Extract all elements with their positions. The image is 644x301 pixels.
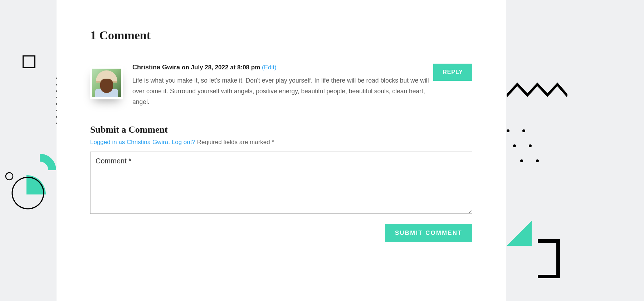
comment-body: Life is what you make it, so let's make …	[132, 75, 433, 107]
submit-button[interactable]: SUBMIT COMMENT	[385, 224, 472, 242]
svg-point-6	[513, 144, 516, 147]
comment-textarea[interactable]	[90, 152, 472, 214]
svg-point-9	[536, 159, 539, 162]
submit-heading: Submit a Comment	[90, 124, 472, 135]
svg-point-2	[6, 173, 13, 180]
login-status-line: Logged in as Christina Gwira. Log out? R…	[90, 139, 472, 146]
svg-point-8	[520, 159, 523, 162]
reply-button[interactable]: REPLY	[433, 64, 472, 81]
svg-rect-0	[23, 56, 35, 68]
svg-point-5	[522, 129, 525, 132]
comment-meta: on July 28, 2022 at 8:08 pm	[182, 64, 262, 71]
avatar	[90, 66, 123, 99]
required-note: Required fields are marked *	[195, 139, 274, 145]
svg-point-4	[507, 129, 509, 132]
svg-point-7	[529, 144, 532, 147]
comment-author: Christina Gwira	[132, 64, 180, 71]
decoration-square-icon	[23, 55, 35, 68]
submit-row: SUBMIT COMMENT	[90, 224, 472, 242]
comments-card: 1 Comment Christina Gwira on July 28, 20…	[57, 0, 506, 301]
decoration-dot-grid-icon	[506, 129, 552, 164]
svg-point-3	[12, 177, 44, 209]
svg-marker-10	[507, 221, 532, 246]
comments-heading: 1 Comment	[90, 29, 472, 42]
edit-link[interactable]: (Edit)	[262, 64, 277, 71]
decoration-arc-circles-icon	[4, 150, 64, 225]
comment-item: Christina Gwira on July 28, 2022 at 8:08…	[90, 63, 472, 107]
logout-link[interactable]: Log out?	[172, 139, 195, 145]
decoration-triangle-rect-icon	[506, 217, 567, 278]
decoration-zigzag-icon	[507, 79, 567, 99]
logged-in-link[interactable]: Logged in as Christina Gwira	[90, 139, 168, 145]
comment-header: Christina Gwira on July 28, 2022 at 8:08…	[132, 63, 472, 72]
separator-dot: .	[168, 139, 171, 145]
